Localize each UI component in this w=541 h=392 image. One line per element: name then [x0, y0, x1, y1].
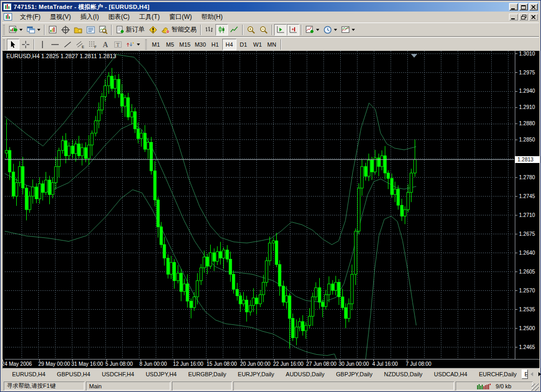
data-window-button[interactable]: [59, 24, 72, 36]
price-tick-label: 1.2880: [519, 121, 535, 126]
tab-eurjpy-daily[interactable]: EURJPY,Daily: [233, 369, 279, 379]
cursor-button[interactable]: [7, 39, 19, 50]
timeframe-m5-button[interactable]: M5: [163, 39, 177, 50]
price-tick-label: 1.2940: [519, 88, 535, 94]
new-chart-dropdown-arrow[interactable]: [19, 29, 23, 31]
profiles-dropdown-arrow[interactable]: [37, 29, 40, 31]
crosshair-button[interactable]: [19, 39, 32, 50]
candlestick-chart-button[interactable]: [215, 24, 228, 36]
new-chart-button[interactable]: [7, 24, 25, 36]
expert-advisors-label: 智能交易: [171, 25, 197, 34]
child-close-button[interactable]: [529, 14, 538, 20]
timeframe-w1-button[interactable]: W1: [251, 39, 265, 50]
templates-button[interactable]: [339, 24, 357, 36]
toolbar-grip[interactable]: [3, 25, 5, 35]
menu-t[interactable]: 工具(T): [134, 12, 164, 23]
new-order-button[interactable]: 新订单: [114, 24, 147, 36]
title-bar[interactable]: 747151: MetaTrader - 模拟帐户 - [EURUSD,H4]: [2, 2, 539, 12]
tab-usdchf-h4[interactable]: USDCHF,H4: [97, 369, 139, 379]
profiles-button[interactable]: [25, 24, 42, 36]
line-chart-button[interactable]: [228, 24, 241, 36]
menu-h[interactable]: 帮助(H): [197, 12, 228, 23]
menu-i[interactable]: 插入(I): [75, 12, 103, 23]
tab-usdcad-h4[interactable]: USDCAD,H4: [429, 369, 472, 379]
zoom-out-button[interactable]: [257, 24, 270, 36]
tab-eurchf-daily[interactable]: EURCHF,Daily: [474, 369, 521, 379]
equidistant-channel-button[interactable]: E: [74, 39, 86, 50]
strategy-tester-button[interactable]: [97, 24, 110, 36]
child-restore-button[interactable]: [519, 14, 528, 20]
tab-gbpjpy-daily[interactable]: GBPJPY,Daily: [331, 369, 377, 379]
menu-c[interactable]: 图表(C): [104, 12, 135, 23]
child-minimize-button[interactable]: [509, 14, 518, 20]
tab-scroll-right-button[interactable]: [536, 370, 541, 379]
chart-area[interactable]: 1.30101.29751.29401.29101.28801.28501.27…: [3, 51, 539, 368]
tab-eurusd-h4[interactable]: EURUSD,H4: [7, 369, 50, 379]
periods-button[interactable]: [321, 24, 339, 36]
timeframe-m30-button[interactable]: M30: [192, 39, 208, 50]
chart-shift-button[interactable]: [287, 24, 299, 36]
timeframe-d1-button[interactable]: D1: [236, 39, 251, 50]
timeframe-h1-button[interactable]: H1: [208, 39, 222, 50]
metaeditor-button[interactable]: [147, 24, 159, 36]
bar-chart-button[interactable]: [203, 24, 215, 36]
tab-audusd-daily[interactable]: AUDUSD,Daily: [281, 369, 329, 379]
tab-eurgbp-daily[interactable]: EURGBP,Daily: [183, 369, 231, 379]
market-watch-button[interactable]: [47, 24, 59, 36]
menu-w[interactable]: 窗口(W): [165, 12, 197, 23]
svg-text:E: E: [82, 45, 84, 49]
time-tick-label: 12 Jun 16:00: [173, 361, 203, 367]
metatrader-window: 747151: MetaTrader - 模拟帐户 - [EURUSD,H4] …: [0, 0, 541, 392]
text-label-button[interactable]: T: [112, 39, 124, 50]
timeframe-m1-button[interactable]: M1: [149, 39, 163, 50]
minimize-button[interactable]: [509, 3, 518, 10]
templates-dropdown-arrow[interactable]: [352, 29, 355, 31]
time-tick-label: 30 Jun 00:00: [339, 361, 369, 367]
chart-window-icon[interactable]: [4, 13, 12, 20]
indicators-dropdown-arrow[interactable]: [316, 29, 319, 31]
trendline-button[interactable]: [61, 39, 74, 50]
time-tick-label: 29 May 00:00: [38, 361, 70, 367]
chart-canvas[interactable]: 1.30101.29751.29401.29101.28801.28501.27…: [3, 51, 539, 368]
tab-gbpusd-h4[interactable]: GBPUSD,H4: [52, 369, 95, 379]
arrows-tool-button[interactable]: [124, 39, 142, 50]
vertical-line-button[interactable]: [36, 39, 49, 50]
zoom-in-button[interactable]: [245, 24, 257, 36]
text-button[interactable]: A: [99, 39, 112, 50]
tab-nzdusd-daily[interactable]: NZDUSD,Daily: [380, 369, 427, 379]
fibonacci-button[interactable]: F: [86, 39, 99, 50]
menu-f[interactable]: 文件(F): [15, 12, 45, 23]
status-profile[interactable]: Main: [86, 382, 170, 390]
time-tick-label: 22 Jun 16:00: [273, 361, 304, 367]
toolbar-grip[interactable]: [3, 39, 5, 50]
time-tick-label: 27 Jun 08:00: [306, 361, 337, 367]
close-button[interactable]: [529, 3, 538, 10]
chart-shift-icon: [289, 26, 297, 34]
auto-scroll-button[interactable]: [274, 24, 287, 36]
menu-v[interactable]: 显视(V): [45, 12, 75, 23]
tab-usdjpy-h4[interactable]: USDJPY,H4: [141, 369, 181, 379]
timeframe-m15-button[interactable]: M15: [177, 39, 192, 50]
navigator-button[interactable]: [72, 24, 84, 36]
price-tick-label: 1.2745: [519, 193, 535, 199]
maximize-button[interactable]: [519, 3, 528, 10]
resize-grip[interactable]: [532, 384, 539, 391]
templates-icon: [341, 26, 350, 34]
timeframe-h4-button[interactable]: H4: [222, 39, 236, 50]
arrows-tool-dropdown-arrow[interactable]: [137, 43, 140, 46]
chart-tab-bar: EURUSD,H4GBPUSD,H4USDCHF,H4USDJPY,H4EURG…: [2, 368, 539, 380]
text-icon: A: [101, 40, 110, 49]
toolbar-separator: [111, 25, 112, 35]
indicators-button[interactable]: [304, 24, 321, 36]
terminal-button[interactable]: [84, 24, 97, 36]
toolbar-grip[interactable]: [145, 39, 147, 50]
horizontal-line-button[interactable]: [49, 39, 61, 50]
bar-chart-icon: [205, 26, 213, 34]
expert-advisors-button[interactable]: 智能交易: [159, 24, 199, 36]
periods-dropdown-arrow[interactable]: [334, 29, 337, 31]
timeframe-mn-button[interactable]: MN: [265, 39, 279, 50]
tab-scroll-left-button[interactable]: [528, 370, 536, 379]
tab-eurusd-h4-active[interactable]: EURUSD,H4: [522, 369, 528, 379]
time-scale[interactable]: 24 May 200629 May 00:0031 May 16:005 Jun…: [3, 360, 431, 367]
crosshair-icon: [21, 40, 30, 49]
